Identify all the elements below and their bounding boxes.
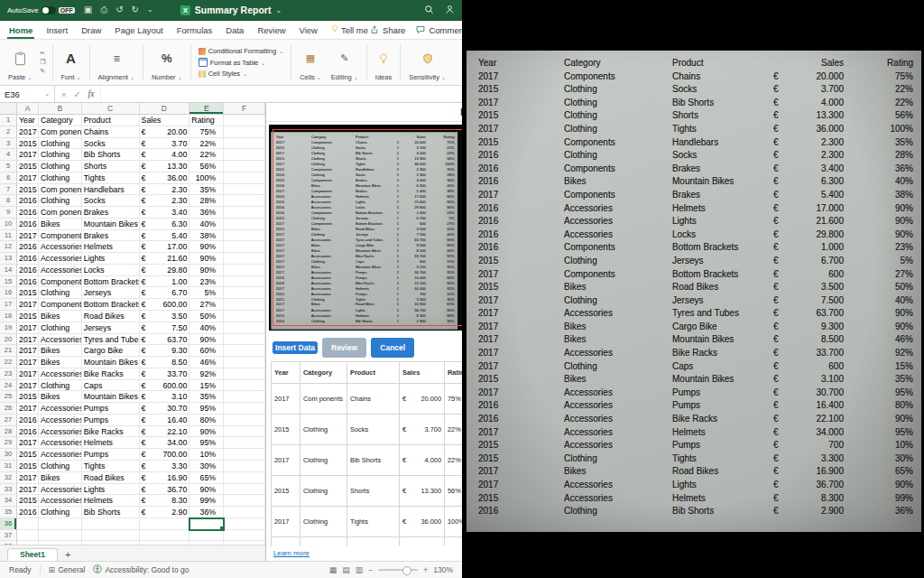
cell-A17[interactable]: 2017: [17, 299, 39, 311]
cell-B25[interactable]: Bikes: [39, 391, 82, 403]
cell-D6[interactable]: €36.00: [140, 172, 190, 184]
zoom-level[interactable]: 130%: [433, 565, 453, 574]
cell-F26[interactable]: [224, 403, 265, 415]
preview-cell[interactable]: €20.000: [400, 384, 445, 415]
cell-C35[interactable]: Bib Shorts: [82, 507, 140, 518]
cell-F20[interactable]: [224, 334, 265, 346]
cell-A32[interactable]: 2017: [17, 472, 39, 484]
cell-F36[interactable]: [224, 518, 265, 530]
cell-A28[interactable]: 2016: [17, 426, 39, 438]
row-header-37[interactable]: 37: [0, 530, 17, 542]
cell-F14[interactable]: [224, 265, 265, 276]
row-header-15[interactable]: 15: [0, 276, 17, 288]
row-header-28[interactable]: 28: [0, 426, 17, 438]
cell-B8[interactable]: Clothing: [39, 195, 82, 207]
cell-F17[interactable]: [224, 299, 265, 311]
cell-D23[interactable]: €33.70: [140, 368, 190, 380]
preview-cell[interactable]: €13.300: [400, 476, 445, 507]
tab-data[interactable]: Data: [224, 21, 245, 39]
cell-B6[interactable]: Clothing: [39, 172, 82, 184]
chevron-down-icon[interactable]: ⌄: [147, 6, 153, 14]
cell-D18[interactable]: €3.50: [140, 311, 190, 322]
cell-A18[interactable]: 2015: [17, 311, 39, 322]
cell-A10[interactable]: 2016: [17, 219, 39, 230]
column-header-C[interactable]: C: [82, 103, 140, 115]
cell-E3[interactable]: 22%: [189, 138, 224, 150]
cell-C31[interactable]: Tights: [82, 461, 140, 472]
cell-D28[interactable]: €22.10: [140, 426, 190, 438]
cell-A34[interactable]: 2015: [17, 495, 39, 507]
cell-B34[interactable]: Accessories: [39, 495, 82, 507]
cell-F22[interactable]: [224, 357, 265, 368]
cell-F11[interactable]: [224, 230, 265, 242]
row-header-22[interactable]: 22: [0, 357, 17, 368]
cell-C19[interactable]: Jerseys: [82, 322, 140, 334]
cell-C1[interactable]: Product: [82, 115, 140, 126]
cell-F28[interactable]: [224, 426, 265, 438]
row-header-33[interactable]: 33: [0, 484, 17, 496]
cell-A27[interactable]: 2016: [17, 415, 39, 426]
cell-B33[interactable]: Accessories: [39, 484, 82, 496]
cell-B21[interactable]: Bikes: [39, 345, 82, 357]
cell-C10[interactable]: Mountain Bikes: [82, 219, 140, 230]
cell-E26[interactable]: 95%: [189, 403, 224, 415]
cell-B23[interactable]: Accessories: [39, 368, 82, 380]
format-as-table-button[interactable]: Format as Table ⌄: [199, 58, 284, 67]
tab-insert[interactable]: Insert: [44, 21, 69, 39]
row-header-5[interactable]: 5: [0, 161, 17, 172]
row-header-19[interactable]: 19: [0, 322, 17, 334]
cell-A1[interactable]: Year: [17, 115, 39, 126]
cell-B26[interactable]: Accessories: [39, 403, 82, 415]
accessibility-status[interactable]: Accessibility: Good to go: [93, 564, 189, 575]
row-header-23[interactable]: 23: [0, 368, 17, 380]
preview-cell[interactable]: 2017: [272, 384, 300, 415]
cell-E36[interactable]: [189, 518, 224, 530]
row-header-3[interactable]: 3: [0, 138, 17, 150]
cell-E4[interactable]: 22%: [189, 149, 224, 161]
column-header-A[interactable]: A: [17, 103, 39, 115]
cell-D14[interactable]: €29.80: [140, 265, 190, 276]
row-header-24[interactable]: 24: [0, 380, 17, 392]
cell-C15[interactable]: Bottom Brackets: [82, 276, 140, 288]
cell-C33[interactable]: Lights: [82, 484, 140, 496]
cell-C32[interactable]: Road Bikes: [82, 472, 140, 484]
format-painter-icon[interactable]: ✎: [40, 68, 45, 75]
row-header-25[interactable]: 25: [0, 391, 17, 403]
cell-A35[interactable]: 2016: [17, 507, 39, 518]
cell-E34[interactable]: 99%: [189, 495, 224, 507]
cell-F9[interactable]: [224, 207, 265, 219]
cell-F24[interactable]: [224, 380, 265, 392]
cell-B24[interactable]: Clothing: [39, 380, 82, 392]
cell-D12[interactable]: €17.00: [140, 241, 190, 253]
ideas-button[interactable]: Ideas: [373, 42, 394, 83]
cell-E14[interactable]: 90%: [189, 265, 224, 276]
cell-D11[interactable]: €5.40: [140, 230, 190, 242]
cell-E31[interactable]: 30%: [189, 461, 224, 472]
row-header-32[interactable]: 32: [0, 472, 17, 484]
cell-B15[interactable]: Components: [39, 276, 82, 288]
cell-A37[interactable]: [17, 530, 39, 542]
cell-B17[interactable]: Components: [39, 299, 82, 311]
cell-A20[interactable]: 2017: [17, 334, 39, 346]
add-sheet-button[interactable]: +: [65, 549, 70, 561]
cell-D35[interactable]: €2.90: [140, 507, 190, 518]
preview-cell[interactable]: 2017: [272, 445, 300, 476]
row-header-1[interactable]: 1: [0, 115, 17, 126]
cell-D21[interactable]: €9.30: [140, 345, 190, 357]
cell-E8[interactable]: 28%: [189, 195, 224, 207]
zoom-slider[interactable]: [378, 569, 418, 571]
cell-C14[interactable]: Locks: [82, 265, 140, 276]
cell-C28[interactable]: Bike Racks: [82, 426, 140, 438]
cell-D16[interactable]: €6.70: [140, 287, 190, 299]
cell-E24[interactable]: 15%: [189, 380, 224, 392]
cell-A30[interactable]: 2015: [17, 449, 39, 461]
preview-cell[interactable]: Clothing: [300, 415, 347, 445]
tab-home[interactable]: Home: [7, 21, 34, 39]
cell-B2[interactable]: Com ponents: [39, 126, 82, 138]
cut-icon[interactable]: ✂: [40, 50, 45, 57]
cell-C26[interactable]: Pumps: [82, 403, 140, 415]
cell-E21[interactable]: 60%: [189, 345, 224, 357]
cell-F34[interactable]: [224, 495, 265, 507]
cell-C37[interactable]: [82, 530, 140, 542]
cell-E18[interactable]: 50%: [189, 311, 224, 322]
